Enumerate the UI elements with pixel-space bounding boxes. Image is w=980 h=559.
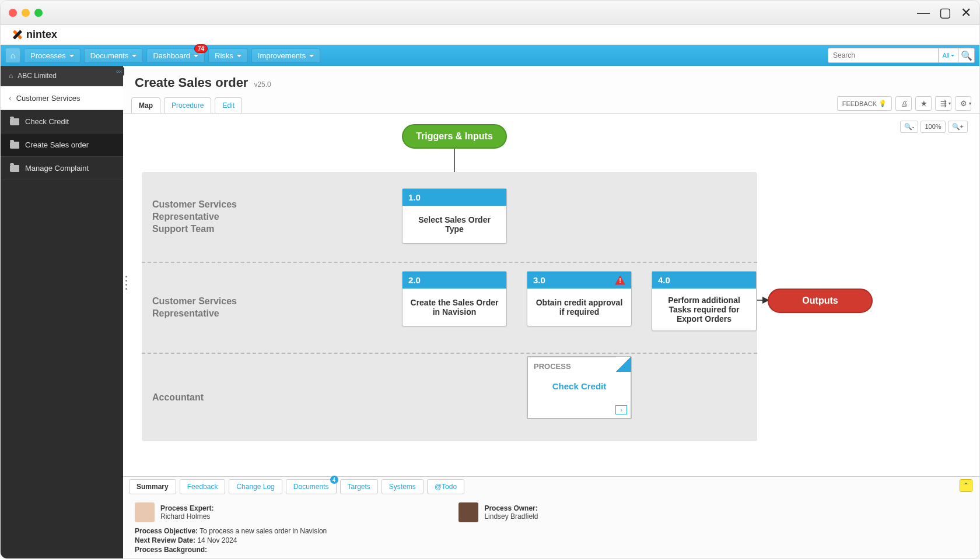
btab-systems[interactable]: Systems [382,479,424,494]
breadcrumb-parent[interactable]: ‹ Customer Services [1,86,123,110]
meta-label: Process Background: [135,546,207,554]
action-bar: FEEDBACK 💡 🖨 ★ ⇶▾ ⚙▾ [837,96,971,113]
top-nav: ⌂ Processes Documents Dashboard74 Risks … [1,45,979,66]
brand-bar: nintex [1,25,979,45]
collapse-sidebar-button[interactable]: ‹‹‹ [114,67,124,76]
process-label: PROCESS [528,357,631,375]
search-icon: 🔍 [961,50,972,61]
sidebar-item-check-credit[interactable]: Check Credit [1,110,123,133]
home-button[interactable]: ⌂ [5,48,20,63]
folder-icon [10,142,19,149]
close-dot-icon[interactable] [9,9,17,17]
btab-targets[interactable]: Targets [340,479,378,494]
search-button[interactable]: 🔍 [958,48,975,63]
favorite-button[interactable]: ★ [915,96,932,111]
share-button[interactable]: ⇶▾ [935,96,951,111]
triggers-node[interactable]: Triggers & Inputs [402,124,507,149]
meta-value: To process a new sales order in Navision [200,527,327,535]
activity-number: 2.0 [408,275,421,285]
activity-4-0[interactable]: 4.0 Perform additional Tasks required fo… [652,271,757,331]
nav-label: Dashboard [153,51,190,60]
lane-2-label: Customer Services Representative [152,296,246,320]
folder-icon [10,165,19,172]
zoom-level[interactable]: 100% [921,121,945,133]
home-icon: ⌂ [10,51,15,60]
tab-procedure[interactable]: Procedure [164,97,211,113]
breadcrumb-root[interactable]: ⌂ ABC Limited [1,66,123,86]
maximize-icon[interactable]: ▢ [939,5,951,20]
activity-1-0[interactable]: 1.0 Select Sales Order Type [402,188,507,244]
nav-dashboard[interactable]: Dashboard74 [146,48,205,63]
nav-improvements[interactable]: Improvements [251,48,320,63]
chevron-left-icon: ‹ [9,93,12,103]
zoom-dot-icon[interactable] [34,9,43,17]
person-name: Lindsey Bradfield [484,512,538,521]
activity-2-0[interactable]: 2.0 Create the Sales Order in Navision [402,271,507,326]
canvas-drag-handle[interactable] [123,275,129,291]
meta-label: Process Objective: [135,527,198,535]
tab-map[interactable]: Map [131,97,160,113]
avatar [135,502,155,522]
btab-summary[interactable]: Summary [129,479,176,494]
chevron-down-icon: ▾ [949,101,951,106]
process-canvas[interactable]: 🔍‑ 100% 🔍+ Triggers & Inputs [123,114,979,476]
outputs-node[interactable]: Outputs [768,289,873,313]
feedback-label: FEEDBACK [842,100,877,107]
breadcrumb-parent-label: Customer Services [16,94,80,103]
nav-risks[interactable]: Risks [208,48,248,63]
goto-process-icon[interactable]: › [615,405,627,414]
tab-edit[interactable]: Edit [215,97,242,113]
role-label: Process Owner: [484,504,538,512]
minimize-icon[interactable]: — [917,5,930,20]
zoom-out-button[interactable]: 🔍‑ [900,121,919,133]
nav-documents[interactable]: Documents [84,48,144,63]
btab-label: Documents [293,483,329,491]
minimize-dot-icon[interactable] [22,9,30,17]
activity-3-0[interactable]: 3.0! Obtain credit approval if required [527,271,632,326]
btab-change-log[interactable]: Change Log [229,479,282,494]
btab-feedback[interactable]: Feedback [180,479,226,494]
expand-panel-button[interactable]: ⌃ [960,479,972,492]
summary-content: Process Expert: Richard Holmes Process O… [123,497,979,559]
search-input[interactable] [828,48,939,63]
breadcrumb-root-label: ABC Limited [18,72,57,80]
lightbulb-icon: 💡 [878,100,887,107]
close-icon[interactable]: ✕ [961,5,971,20]
bottom-panel: Summary Feedback Change Log Documents4 T… [123,476,979,559]
search-scope-label: All [942,52,949,59]
page-header: Create Sales order v25.0 [123,66,979,96]
process-check-credit[interactable]: PROCESS Check Credit › [527,356,632,419]
nintex-x-icon [12,30,23,40]
process-title: Check Credit [528,381,631,391]
btab-documents[interactable]: Documents4 [286,479,337,494]
view-tabs: Map Procedure Edit FEEDBACK 💡 🖨 ★ ⇶▾ ⚙▾ [123,96,979,114]
share-icon: ⇶ [940,99,947,108]
feedback-button[interactable]: FEEDBACK 💡 [837,96,892,111]
window-controls: — ▢ ✕ [917,5,971,20]
print-button[interactable]: 🖨 [895,96,912,111]
folder-icon [10,118,19,125]
zoom-in-button[interactable]: 🔍+ [948,121,968,133]
btab-todo[interactable]: @Todo [427,479,464,494]
bottom-tabs: Summary Feedback Change Log Documents4 T… [123,477,979,497]
activity-title: Select Sales Order Type [402,206,506,243]
chevron-up-icon: ⌃ [963,481,969,490]
sidebar-item-manage-complaint[interactable]: Manage Complaint [1,157,123,180]
page-title: Create Sales order [135,75,248,90]
activity-title: Perform additional Tasks required for Ex… [652,289,756,331]
activity-number: 3.0 [533,275,545,285]
chevron-down-icon [131,51,136,60]
sidebar-item-create-sales-order[interactable]: Create Sales order [1,133,123,157]
sidebar-item-label: Create Sales order [25,140,89,149]
sidebar: ‹‹‹ ⌂ ABC Limited ‹ Customer Services Ch… [1,66,123,559]
settings-button[interactable]: ⚙▾ [955,96,971,111]
search-scope-button[interactable]: All [939,48,958,63]
star-icon: ★ [921,99,928,108]
brand-logo: nintex [12,29,57,41]
nav-label: Processes [30,51,66,60]
lane-1-label: Customer Services Representative Support… [152,199,246,235]
nav-processes[interactable]: Processes [24,48,80,63]
activity-title: Obtain credit approval if required [527,289,631,326]
meta-value: 14 Nov 2024 [197,536,237,544]
next-review-row: Next Review Date: 14 Nov 2024 [135,536,968,544]
